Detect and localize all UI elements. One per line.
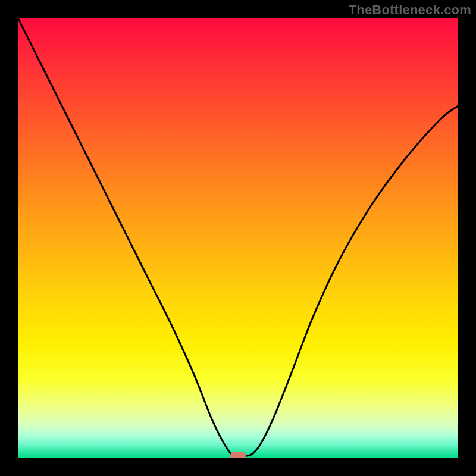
watermark-text: TheBottleneck.com	[349, 2, 471, 18]
plot-area	[18, 18, 458, 458]
chart-frame: TheBottleneck.com	[0, 0, 476, 476]
bottleneck-curve	[18, 18, 458, 458]
optimal-point-marker	[230, 452, 246, 458]
